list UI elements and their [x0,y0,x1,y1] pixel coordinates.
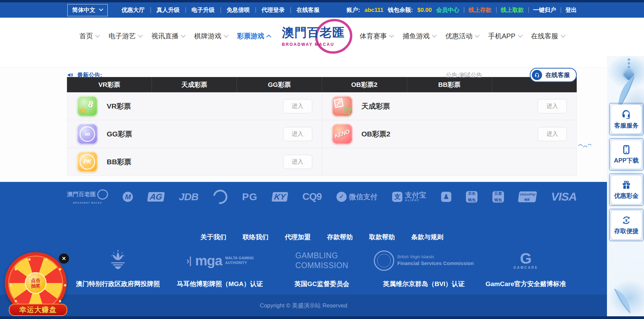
nav-item-online-service[interactable]: 在线客服 [531,29,565,43]
topbar: 简体中文 优惠大厅 真人升级 电子升级 免息借呗 代理登录 在线客服 账户: a… [0,2,644,18]
svg-text:¥: ¥ [625,218,628,223]
qq-logo: ♟ [441,192,451,202]
float-button-promo-bonus[interactable]: 优惠彩金 [611,175,642,204]
table-row: ⚂ ⚄ 天成彩票 进入 [322,92,577,120]
enter-button-ob2[interactable]: 进入 [538,127,567,141]
footer-link-deposit-help[interactable]: 存款帮助 [327,233,353,242]
close-icon[interactable]: ✕ [59,254,69,264]
nav-item-home[interactable]: 首页 [79,29,99,43]
pg-logo: PG [242,191,257,203]
enter-button-vr[interactable]: 进入 [283,99,312,113]
nav-item-promotions[interactable]: 优惠活动 [445,29,479,43]
topbar-link-live-upgrade[interactable]: 真人升级 [151,6,186,14]
footer-link-withdraw-help[interactable]: 取款帮助 [369,233,395,242]
phone-icon [621,145,631,155]
divider [464,7,464,13]
topbar-link-customer-service[interactable]: 在线客服 [291,6,326,14]
chevron-down-icon [475,33,480,37]
online-service-button[interactable]: 在线客服 [530,68,577,82]
account-value: abc111 [365,7,384,14]
footer-link-agent[interactable]: 代理加盟 [285,233,311,242]
headset-icon [532,70,542,80]
table-row: KENO OB彩票2 进入 [322,120,577,148]
game-name: VR彩票 [107,101,131,111]
bb-lottery-icon: PK [77,151,98,172]
topbar-link-promo-hall[interactable]: 优惠大厅 [116,6,151,14]
game-name: GG彩票 [107,129,132,139]
ag-logo: AG [148,192,164,202]
license-certifications: 澳门特别行政区政府网投牌照 ›| mga MALTA GAMING AUTHOR… [67,246,577,288]
nav-item-mobile-app[interactable]: 手机APP [488,29,522,43]
chevron-down-icon [95,33,100,37]
site-logo[interactable]: 澳門百老匯 BROADWAY MACAU [282,24,348,47]
wheel-banner: 幸运大赚盘 [9,304,67,316]
table-row: PK BB彩票 进入 [67,148,322,175]
announcement-bar: 最新公告: 公告:测试公告 在线客服 [67,68,577,82]
enter-button-gg[interactable]: 进入 [283,127,312,141]
divider [561,7,561,13]
cert-gamcare: G GAMCARE GamCare官方安全赌博标准 [475,246,577,288]
topbar-link-agent-login[interactable]: 代理登录 [256,6,291,14]
main-nav-band: 首页 电子游艺 视讯直播 棋牌游戏 彩票游戏 澳門百老匯 BROADWAY MA… [0,18,644,68]
game-name: OB彩票2 [362,129,390,139]
jdb-logo: JDB [179,191,198,203]
footer-link-about[interactable]: 关于我们 [201,233,226,242]
logout-link[interactable]: 登出 [565,6,577,14]
language-label: 简体中文 [72,6,95,14]
deposit-link[interactable]: 线上存款 [469,6,492,14]
headset-icon [621,109,632,120]
chevron-down-icon [432,33,437,37]
nav-item-board-games[interactable]: 棋牌游戏 [194,29,228,43]
wheel-spin-button[interactable]: 点击 抽奖 [25,272,47,294]
bottom-edge-strip [0,316,644,319]
nav-item-slots[interactable]: 电子游艺 [108,29,142,43]
float-button-app-download[interactable]: APP下载 [611,140,642,169]
table-row: ∞ GG彩票 进入 [67,120,322,148]
footer-link-contact[interactable]: 联络我们 [243,233,268,242]
topbar-link-loan[interactable]: 免息借呗 [221,6,256,14]
nav-item-fishing[interactable]: 捕鱼游戏 [402,29,436,43]
lottery-body: 8 ★ VR彩票 进入 ∞ GG彩票 进入 PK [67,92,577,176]
nav-item-live-video[interactable]: 视讯直播 [151,29,185,43]
enter-button-tiancheng[interactable]: 进入 [538,99,567,113]
dice-icon: ⚂ [332,95,345,111]
top-edge-strip [0,0,644,2]
visa-logo: VISA [551,190,576,203]
language-selector[interactable]: 简体中文 [67,4,108,16]
nav-item-lottery-active[interactable]: 彩票游戏 [237,29,271,43]
lottery-column-left: 8 ★ VR彩票 进入 ∞ GG彩票 进入 PK [67,92,322,175]
lucky-wheel-popup: 点击 抽奖 幸运大赚盘 ✕ [3,249,75,319]
wallet-value: $0.00 [417,7,432,14]
float-button-deposit-withdraw[interactable]: ¥ 存取便捷 [611,210,642,240]
star-icon: ★ [79,106,87,115]
alipay-logo: 支 支付宝 ALIPAY [392,191,426,202]
unionpay-logo: UnionPay 银联 [518,191,537,202]
chevron-down-icon [518,33,522,37]
cert-uk-gambling-commission: GAMBLING COMMISSION 英国GC监督委员会 [271,246,373,288]
one-key-merge-link[interactable]: 一键归户 [533,6,556,14]
speaker-icon [67,71,74,79]
bvi-seal-icon [374,250,394,271]
gift-icon [621,180,631,190]
broadway-logo: 澳門百老匯 BROADWAY MACAU [67,189,108,204]
footer-links: 关于我们 联络我们 代理加盟 存款帮助 取款帮助 条款与规则 [0,233,644,242]
withdraw-link[interactable]: 线上取款 [501,6,524,14]
penguin-icon: ♟ [441,192,451,202]
chevron-down-icon [138,33,143,37]
lottery-table: VR彩票 天成彩票 GG彩票 OB彩票2 BB彩票 8 ★ VR彩票 进入 [67,77,577,176]
footer-link-terms[interactable]: 条款与规则 [411,233,443,242]
float-button-customer-service[interactable]: 客服服务 [611,105,642,134]
nav-item-sports[interactable]: 体育赛事 [360,29,393,43]
wallet-label: 钱包余额: [388,6,413,14]
cert-bvi: British Virgin Islands Financial Service… [373,246,475,288]
ob-keno-icon: KENO [332,124,353,145]
topbar-link-slot-upgrade[interactable]: 电子升级 [186,6,221,14]
lottery-column-right: ⚂ ⚄ 天成彩票 进入 KENO OB彩票2 进入 [322,92,577,175]
m-provider-logo: M [123,192,133,202]
member-center-link[interactable]: 会员中心 [436,6,459,14]
divider [496,7,497,13]
enter-button-bb[interactable]: 进入 [283,155,312,169]
table-row: 8 ★ VR彩票 进入 [67,92,322,120]
cert-macau-license: 澳门特别行政区政府网投牌照 [67,246,169,288]
game-name: BB彩票 [107,157,131,167]
